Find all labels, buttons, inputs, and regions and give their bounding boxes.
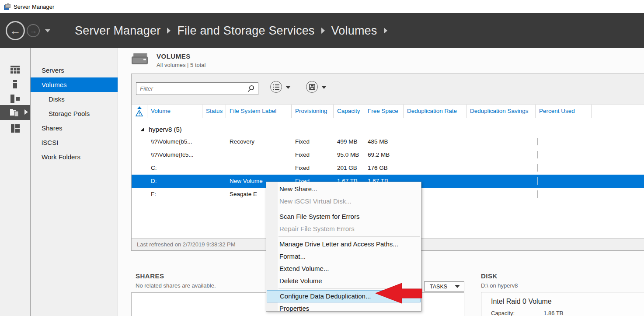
sidebar-item-volumes[interactable]: Volumes [31, 77, 118, 92]
volumes-header: VOLUMES All volumes | 5 total [131, 53, 205, 68]
shares-tasks-button[interactable]: TASKS [424, 281, 464, 291]
cell-free-space: 485 MB [364, 135, 404, 148]
column-header-free-space[interactable]: Free Space [364, 105, 404, 118]
cell-dedup-savings [466, 148, 536, 162]
table-row[interactable]: C: Fixed 201 GB 176 GB [132, 162, 644, 175]
cell-volume: \\?\Volume{b5... [147, 135, 202, 148]
cell-volume: D: [147, 175, 202, 188]
forward-button[interactable]: → [27, 24, 40, 37]
flyout-arrow-icon[interactable] [24, 109, 28, 115]
disk-section-subtitle: D:\ on hyperv8 [481, 282, 518, 289]
column-header-deduplication-rate[interactable]: Deduplication Rate [404, 105, 466, 118]
breadcrumb-separator-icon [167, 28, 171, 34]
table-group-row[interactable]: hyperv8 (5) [132, 123, 644, 135]
column-header-percent-used[interactable]: Percent Used [536, 105, 592, 118]
dashboard-icon[interactable] [0, 63, 30, 76]
window-title: Server Manager [14, 4, 54, 10]
breadcrumb-server-manager[interactable]: Server Manager [75, 24, 160, 38]
sidebar-nav: Servers Volumes Disks Storage Pools Shar… [31, 48, 118, 316]
window-titlebar: Server Manager [0, 0, 644, 13]
sidebar-item-storage-pools[interactable]: Storage Pools [31, 106, 118, 121]
table-row[interactable]: \\?\Volume{fc5... Fixed 95.0 MB 69.2 MB [132, 148, 644, 162]
cell-fs-label [226, 148, 292, 162]
sidebar-item-iscsi[interactable]: iSCSI [31, 135, 118, 150]
disk-panel: Intel Raid 0 Volume Capacity: 1.86 TB [481, 292, 644, 316]
volumes-disk-icon [131, 53, 150, 68]
local-server-icon[interactable] [0, 78, 30, 90]
cell-status [202, 135, 226, 148]
breadcrumb-file-storage-services[interactable]: File and Storage Services [177, 24, 314, 38]
tasks-dropdown-icon[interactable] [455, 285, 460, 288]
cell-dedup-savings [466, 162, 536, 175]
cell-volume: F: [147, 188, 202, 201]
cell-provisioning: Fixed [292, 162, 334, 175]
cell-status [202, 175, 226, 188]
server-manager-app-icon [3, 3, 11, 11]
percent-used-bar [536, 138, 592, 148]
sidebar-item-disks[interactable]: Disks [31, 92, 118, 106]
breadcrumb-separator-icon [321, 28, 325, 34]
shares-section-title: SHARES [136, 272, 164, 280]
column-header-file-system-label[interactable]: File System Label [226, 105, 292, 118]
cell-dedup-savings [466, 175, 536, 188]
storage-tiles-icon[interactable] [0, 122, 30, 134]
column-header-provisioning[interactable]: Provisioning [292, 105, 334, 118]
cell-free-space: 69.2 MB [364, 148, 404, 162]
menu-item-extend-volume[interactable]: Extend Volume... [266, 263, 421, 275]
file-and-storage-services-icon[interactable] [0, 105, 30, 120]
menu-item-new-iscsi-virtual-disk: New iSCSI Virtual Disk... [266, 195, 421, 207]
search-icon[interactable] [247, 85, 255, 92]
column-header-capacity[interactable]: Capacity [334, 105, 364, 118]
cell-fs-label [226, 162, 292, 175]
save-query-button[interactable] [306, 81, 318, 93]
menu-item-new-share[interactable]: New Share... [266, 183, 421, 195]
menu-item-manage-drive-letter[interactable]: Manage Drive Letter and Access Paths... [266, 238, 421, 250]
menu-item-scan-file-system[interactable]: Scan File System for Errors [266, 211, 421, 223]
menu-separator [278, 236, 420, 237]
page-subtitle: All volumes | 5 total [157, 62, 205, 68]
menu-item-format[interactable]: Format... [266, 250, 421, 263]
breadcrumb-volumes[interactable]: Volumes [331, 24, 377, 38]
history-dropdown-icon[interactable] [45, 29, 50, 32]
table-row[interactable]: \\?\Volume{b5... Recovery Fixed 499 MB 4… [132, 135, 644, 148]
cell-status [202, 188, 226, 201]
back-button[interactable]: ← [6, 21, 25, 40]
sidebar-item-servers[interactable]: Servers [31, 63, 118, 77]
sidebar-item-work-folders[interactable]: Work Folders [31, 150, 118, 164]
percent-used-bar [536, 164, 592, 175]
cell-dedup-rate [404, 148, 466, 162]
saved-queries-button[interactable] [270, 81, 282, 93]
cell-provisioning: Fixed [292, 135, 334, 148]
alerts-column-header[interactable] [132, 105, 147, 118]
column-header-volume[interactable]: Volume [147, 105, 202, 118]
disk-volume-name: Intel Raid 0 Volume [491, 298, 552, 305]
cell-dedup-savings [466, 188, 536, 201]
cell-dedup-rate [404, 135, 466, 148]
filter-input[interactable] [136, 85, 247, 92]
disk-capacity-label: Capacity: [491, 310, 515, 316]
cell-capacity: 201 GB [334, 162, 364, 175]
menu-item-repair-file-system: Repair File System Errors [266, 223, 421, 235]
cell-fs-label: Recovery [226, 135, 292, 148]
group-expanded-icon[interactable] [140, 127, 144, 131]
all-servers-icon[interactable] [0, 92, 30, 105]
table-header: Volume Status File System Label Provisio… [132, 105, 644, 118]
breadcrumb: Server Manager File and Storage Services… [75, 24, 394, 38]
column-header-status[interactable]: Status [202, 105, 226, 118]
column-header-deduplication-savings[interactable]: Deduplication Savings [466, 105, 536, 118]
saved-queries-dropdown-icon[interactable] [285, 86, 291, 89]
cell-volume: \\?\Volume{fc5... [147, 148, 202, 162]
sidebar-item-shares[interactable]: Shares [31, 121, 118, 135]
cell-status [202, 148, 226, 162]
cell-status [202, 162, 226, 175]
cell-dedup-rate [404, 162, 466, 175]
cell-dedup-savings [466, 135, 536, 148]
cell-capacity: 499 MB [334, 135, 364, 148]
breadcrumb-bar: ← → Server Manager File and Storage Serv… [0, 13, 644, 48]
annotation-arrow-icon [375, 282, 423, 305]
warning-icon [136, 110, 143, 116]
server-manager-window: Server Manager ← → Server Manager File a… [0, 0, 644, 316]
save-query-dropdown-icon[interactable] [321, 86, 327, 89]
disk-section-title: DISK [481, 272, 498, 280]
disk-capacity-value: 1.86 TB [543, 310, 563, 316]
